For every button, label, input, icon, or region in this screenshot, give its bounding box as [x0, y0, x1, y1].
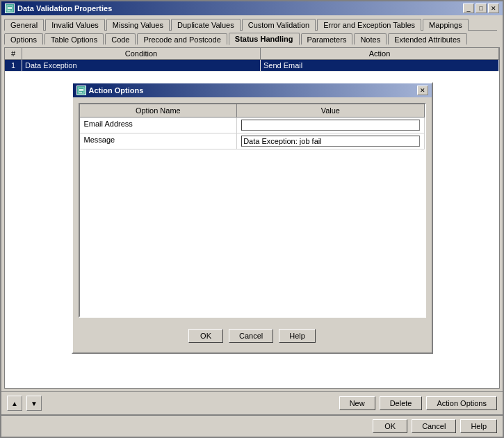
modal-ok-button[interactable]: OK — [188, 329, 223, 343]
tabs-line-1: General Invalid Values Missing Values Du… — [4, 18, 500, 30]
tab-missing-values[interactable]: Missing Values — [106, 19, 170, 31]
footer-bar: OK Cancel Help — [1, 414, 503, 437]
window-title: Data Validation Properties — [17, 4, 112, 13]
maximize-button[interactable]: □ — [475, 3, 487, 13]
modal-title-bar: Action Options ✕ — [73, 83, 432, 97]
new-button[interactable]: New — [339, 396, 375, 410]
help-button[interactable]: Help — [460, 419, 497, 433]
modal-cancel-button[interactable]: Cancel — [229, 329, 273, 343]
modal-help-button[interactable]: Help — [279, 329, 316, 343]
option-name-email: Email Address — [80, 117, 238, 133]
svg-rect-1 — [8, 7, 12, 8]
modal-table-wrapper: Option Name Value Email Address — [79, 103, 426, 318]
svg-rect-2 — [8, 8, 12, 9]
modal-close-button[interactable]: ✕ — [417, 86, 428, 95]
modal-content: Option Name Value Email Address — [73, 97, 432, 352]
ok-button[interactable]: OK — [373, 419, 407, 433]
tab-duplicate-values[interactable]: Duplicate Values — [171, 19, 241, 31]
tab-custom-validation[interactable]: Custom Validation — [242, 19, 316, 31]
move-up-button[interactable]: ▲ — [7, 396, 22, 411]
modal-table-row-message: Message — [80, 133, 425, 149]
window-icon — [5, 3, 15, 13]
modal-empty-area — [80, 149, 425, 316]
tab-parameters[interactable]: Parameters — [301, 33, 353, 45]
modal-col-header-value: Value — [237, 104, 424, 117]
tab-error-exception-tables[interactable]: Error and Exception Tables — [317, 19, 421, 31]
svg-rect-7 — [79, 92, 82, 92]
main-window: Data Validation Properties _ □ ✕ General… — [0, 0, 504, 438]
tab-notes[interactable]: Notes — [354, 33, 387, 45]
modal-table-header: Option Name Value — [80, 104, 425, 117]
action-buttons: New Delete Action Options — [339, 396, 497, 410]
tab-options[interactable]: Options — [4, 33, 43, 45]
tab-invalid-values[interactable]: Invalid Values — [45, 19, 105, 31]
option-name-message: Message — [80, 133, 238, 149]
tab-table-options[interactable]: Table Options — [44, 33, 104, 45]
tabs-line-2: Options Table Options Code Precode and P… — [4, 32, 500, 44]
tab-extended-attributes[interactable]: Extended Attributes — [388, 33, 466, 45]
svg-rect-3 — [8, 10, 10, 10]
tab-status-handling[interactable]: Status Handling — [229, 33, 300, 45]
option-value-message — [237, 133, 424, 149]
minimize-button[interactable]: _ — [463, 3, 474, 13]
modal-col-header-option-name: Option Name — [80, 104, 238, 117]
modal-table-body: Email Address Message — [80, 117, 425, 316]
tabs-row-1: General Invalid Values Missing Values Du… — [1, 15, 503, 44]
tab-precode-postcode[interactable]: Precode and Postcode — [137, 33, 227, 45]
modal-title-left: Action Options — [76, 86, 144, 95]
modal-title: Action Options — [89, 86, 144, 95]
svg-rect-6 — [79, 90, 83, 91]
tab-code[interactable]: Code — [105, 33, 136, 45]
tab-mappings[interactable]: Mappings — [423, 19, 469, 31]
content-area: # Condition Action 1 Data Exception Send… — [1, 44, 503, 391]
arrow-buttons: ▲ ▼ — [7, 396, 42, 411]
title-bar-controls: _ □ ✕ — [463, 3, 499, 13]
svg-rect-5 — [79, 89, 83, 90]
action-options-button[interactable]: Action Options — [426, 396, 497, 410]
cancel-button[interactable]: Cancel — [412, 419, 456, 433]
tab-general[interactable]: General — [4, 19, 44, 31]
title-bar-left: Data Validation Properties — [5, 3, 112, 13]
modal-table-row-email: Email Address — [80, 117, 425, 133]
title-bar: Data Validation Properties _ □ ✕ — [1, 1, 503, 15]
action-options-dialog: Action Options ✕ Option Name Value — [72, 82, 433, 354]
option-value-email — [237, 117, 424, 133]
move-down-button[interactable]: ▼ — [26, 396, 42, 411]
delete-button[interactable]: Delete — [380, 396, 423, 410]
bottom-bar: ▲ ▼ New Delete Action Options — [1, 391, 503, 414]
modal-overlay: Action Options ✕ Option Name Value — [1, 44, 503, 391]
close-button[interactable]: ✕ — [488, 3, 499, 13]
modal-footer: OK Cancel Help — [79, 325, 426, 347]
message-input[interactable] — [241, 136, 419, 147]
modal-icon — [76, 86, 86, 95]
email-input[interactable] — [241, 120, 419, 131]
